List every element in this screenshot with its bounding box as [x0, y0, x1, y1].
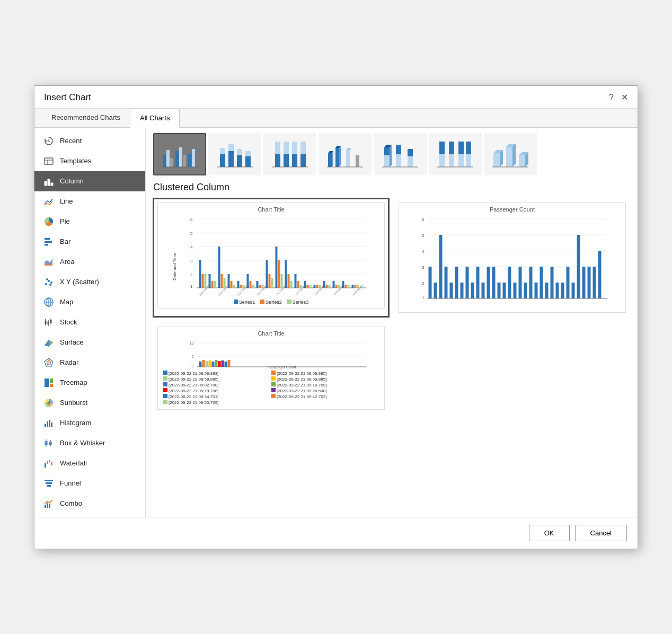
close-icon[interactable]: ✕	[621, 92, 628, 102]
svg-rect-161	[278, 260, 280, 288]
sidebar-item-area[interactable]: Area	[34, 252, 145, 272]
sidebar-item-histogram[interactable]: Histogram	[34, 413, 145, 433]
sidebar-item-templates[interactable]: Templates	[34, 151, 145, 171]
sidebar-item-stock[interactable]: Stock	[34, 312, 145, 332]
help-icon[interactable]: ?	[609, 93, 614, 102]
svg-rect-101	[408, 156, 413, 167]
sidebar-item-recent[interactable]: Recent	[34, 131, 145, 151]
sidebar-item-surface[interactable]: Surface	[34, 332, 145, 353]
chart-type-3dcol[interactable]	[484, 133, 537, 175]
svg-rect-36	[50, 384, 53, 387]
svg-rect-76	[275, 154, 280, 167]
svg-rect-71	[237, 155, 242, 167]
sidebar-item-column[interactable]: Column	[34, 171, 145, 191]
svg-rect-239	[593, 267, 596, 298]
svg-rect-107	[449, 142, 454, 154]
preview1-legend: Series1 Series2 Series3	[161, 300, 381, 305]
sidebar-item-combo[interactable]: Combo	[34, 494, 145, 514]
svg-rect-104	[439, 154, 445, 167]
histogram-icon	[43, 417, 55, 429]
chart-type-100stacked3d[interactable]	[429, 133, 482, 175]
svg-rect-253	[218, 361, 221, 367]
svg-text:1: 1	[190, 284, 193, 289]
svg-rect-53	[46, 482, 52, 484]
preview-grid: Chart Title 6 5 4	[153, 198, 630, 414]
sidebar-item-sunburst[interactable]: Sunburst	[34, 393, 145, 413]
chart-type-stacked[interactable]	[208, 133, 261, 175]
svg-text:5: 5	[422, 233, 425, 238]
svg-rect-108	[458, 154, 464, 167]
insert-chart-dialog: Insert Chart ? ✕ Recommended Charts All …	[34, 85, 638, 549]
svg-rect-61	[175, 151, 179, 167]
sidebar-item-pie[interactable]: Pie	[34, 212, 145, 232]
svg-text:2: 2	[422, 281, 425, 286]
chart-type-3dclustered[interactable]	[319, 133, 372, 175]
svg-rect-10	[45, 244, 48, 246]
chart-type-clustered[interactable]	[153, 133, 206, 175]
sidebar-item-waterfall[interactable]: Waterfall	[34, 453, 145, 473]
cancel-button[interactable]: Cancel	[575, 525, 627, 541]
svg-rect-48	[45, 463, 46, 468]
legend-series3: Series3	[287, 300, 309, 305]
sidebar-item-boxwhisker[interactable]: Box & Whisker	[34, 433, 145, 453]
funnel-icon	[43, 478, 55, 489]
sidebar-item-radar[interactable]: Radar	[34, 353, 145, 373]
svg-rect-58	[163, 155, 166, 167]
svg-rect-77	[275, 142, 280, 154]
svg-rect-27	[50, 320, 52, 323]
sidebar-label-bar: Bar	[60, 237, 70, 245]
svg-rect-248	[202, 360, 205, 367]
svg-rect-91	[346, 150, 350, 167]
svg-rect-60	[170, 158, 173, 167]
tab-all-charts[interactable]: All Charts	[130, 109, 180, 128]
svg-rect-154	[257, 281, 259, 288]
svg-rect-100	[396, 145, 401, 154]
sidebar-item-map[interactable]: Map	[34, 292, 145, 312]
svg-rect-252	[215, 360, 218, 367]
svg-rect-152	[250, 281, 252, 288]
sidebar-item-scatter[interactable]: X Y (Scatter)	[34, 272, 145, 292]
svg-rect-8	[45, 238, 50, 240]
tab-bar: Recommended Charts All Charts	[34, 109, 638, 128]
sidebar-label-combo: Combo	[60, 499, 82, 507]
chart-type-3dstacked[interactable]	[374, 133, 427, 175]
sunburst-icon	[43, 397, 55, 409]
svg-rect-159	[271, 278, 273, 288]
preview-card-3[interactable]: Chart Title 10 5 0	[153, 322, 389, 414]
svg-rect-41	[51, 422, 52, 427]
combo-icon	[43, 498, 55, 509]
svg-rect-247	[199, 362, 202, 367]
preview-card-2[interactable]: Passenger Count 6 5 4 3 2	[394, 198, 630, 317]
sidebar-label-map: Map	[60, 298, 73, 306]
recent-icon	[43, 135, 55, 147]
svg-rect-211	[445, 267, 448, 298]
svg-rect-49	[47, 461, 48, 464]
svg-rect-216	[471, 283, 474, 298]
svg-marker-98	[390, 145, 392, 167]
sidebar-item-treemap[interactable]: Treemap	[34, 373, 145, 393]
sidebar-label-line: Line	[60, 197, 73, 205]
sidebar-item-funnel[interactable]: Funnel	[34, 473, 145, 494]
svg-text:4: 4	[422, 249, 425, 254]
ok-button[interactable]: OK	[529, 525, 570, 541]
svg-text:10: 10	[190, 341, 194, 345]
sidebar-item-bar[interactable]: Bar	[34, 232, 145, 252]
sidebar-item-line[interactable]: Line	[34, 191, 145, 212]
tab-recommended[interactable]: Recommended Charts	[42, 109, 130, 127]
svg-rect-162	[281, 274, 283, 288]
svg-rect-6	[48, 179, 50, 186]
chart-type-100stacked[interactable]	[263, 133, 316, 175]
preview-card-1[interactable]: Chart Title 6 5 4	[153, 198, 389, 317]
svg-rect-62	[179, 147, 182, 167]
sidebar-label-funnel: Funnel	[60, 479, 81, 487]
svg-rect-179	[335, 285, 338, 288]
scatter-icon	[43, 276, 55, 288]
svg-rect-178	[333, 281, 335, 288]
svg-rect-142	[218, 246, 220, 288]
svg-rect-210	[439, 235, 443, 298]
dialog-body: Recent Templates	[34, 128, 638, 517]
svg-rect-34	[45, 378, 49, 387]
svg-point-13	[45, 283, 47, 285]
svg-rect-165	[290, 281, 293, 288]
sidebar-label-column: Column	[60, 177, 84, 185]
